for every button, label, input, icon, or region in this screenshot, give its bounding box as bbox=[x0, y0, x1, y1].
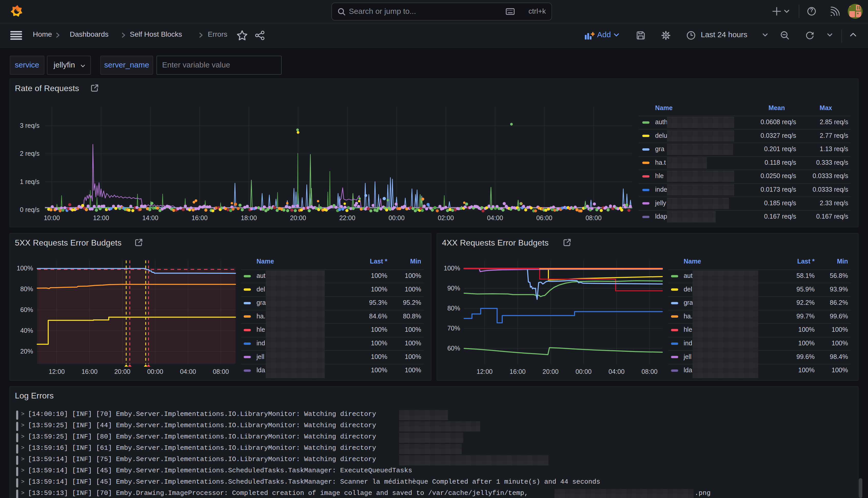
svg-text:18:00: 18:00 bbox=[241, 214, 257, 221]
svg-text:20:00: 20:00 bbox=[543, 368, 559, 375]
svg-text:60%: 60% bbox=[20, 306, 33, 313]
svg-text:100%: 100% bbox=[17, 264, 33, 272]
svg-text:3 req/s: 3 req/s bbox=[20, 122, 40, 129]
svg-text:0 req/s: 0 req/s bbox=[20, 206, 40, 213]
svg-text:20:00: 20:00 bbox=[115, 368, 131, 375]
svg-text:60%: 60% bbox=[448, 344, 460, 352]
svg-text:04:00: 04:00 bbox=[609, 368, 625, 375]
svg-text:12:00: 12:00 bbox=[49, 368, 65, 375]
svg-text:00:00: 00:00 bbox=[147, 368, 163, 375]
svg-text:02:00: 02:00 bbox=[438, 214, 454, 221]
svg-text:00:00: 00:00 bbox=[389, 214, 405, 221]
svg-text:2 req/s: 2 req/s bbox=[20, 150, 40, 157]
svg-text:80%: 80% bbox=[20, 285, 33, 292]
svg-text:16:00: 16:00 bbox=[82, 368, 98, 375]
svg-text:10:00: 10:00 bbox=[44, 214, 60, 221]
svg-text:04:00: 04:00 bbox=[487, 214, 503, 221]
svg-text:12:00: 12:00 bbox=[477, 368, 493, 375]
svg-text:08:00: 08:00 bbox=[586, 214, 602, 221]
svg-text:40%: 40% bbox=[20, 327, 33, 334]
svg-text:70%: 70% bbox=[448, 325, 460, 332]
svg-text:06:00: 06:00 bbox=[536, 214, 552, 221]
svg-text:22:00: 22:00 bbox=[339, 214, 356, 221]
svg-text:20%: 20% bbox=[20, 348, 33, 355]
svg-text:08:00: 08:00 bbox=[641, 368, 658, 375]
svg-text:14:00: 14:00 bbox=[142, 214, 159, 221]
svg-text:16:00: 16:00 bbox=[510, 368, 526, 375]
svg-text:100%: 100% bbox=[444, 264, 460, 272]
svg-text:80%: 80% bbox=[448, 304, 460, 312]
svg-text:16:00: 16:00 bbox=[191, 214, 208, 221]
svg-text:90%: 90% bbox=[448, 285, 460, 292]
svg-text:12:00: 12:00 bbox=[93, 214, 109, 221]
svg-text:1 req/s: 1 req/s bbox=[20, 178, 40, 185]
svg-text:00:00: 00:00 bbox=[576, 368, 592, 375]
svg-text:08:00: 08:00 bbox=[213, 368, 229, 375]
svg-text:20:00: 20:00 bbox=[290, 214, 306, 221]
svg-text:04:00: 04:00 bbox=[180, 368, 196, 375]
